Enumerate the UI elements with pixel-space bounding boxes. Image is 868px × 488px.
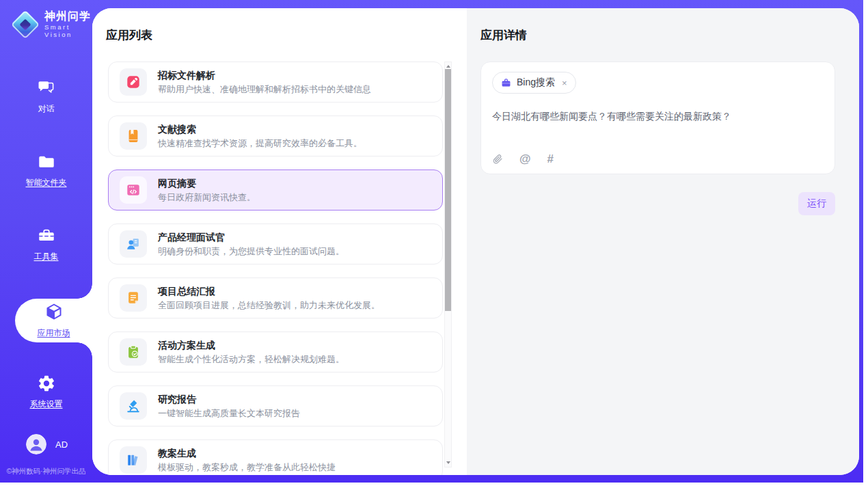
sidebar-item-label: 系统设置	[30, 398, 63, 410]
tool-tag-label: Bing搜索	[517, 77, 555, 89]
app-card-desc: 全面回顾项目进展，总结经验教训，助力未来优化发展。	[158, 301, 380, 310]
scrollbar-thumb[interactable]	[445, 69, 451, 311]
app-card-desc: 每日政府新闻资讯快查。	[158, 193, 256, 202]
tool-tag-bing-search[interactable]: Bing搜索 ×	[492, 72, 576, 94]
main-content: 应用列表 招标文件解析 帮助用户快速、准确地理解和解析招标书中的关键信息 文献搜…	[92, 8, 859, 475]
query-text[interactable]: 今日湖北有哪些新闻要点？有哪些需要关注的最新政策？	[492, 110, 824, 124]
app-card-title: 研究报告	[158, 394, 300, 404]
tag-close-icon[interactable]: ×	[562, 79, 567, 87]
sidebar-bottom: AD ©神州数码·神州问学出品	[0, 434, 92, 483]
app-card-title: 产品经理面试官	[158, 232, 344, 242]
sidebar-item-app-market[interactable]: 应用市场	[15, 299, 92, 342]
gear-icon	[36, 373, 57, 394]
clipboard-check-icon	[120, 338, 147, 366]
books-icon	[120, 446, 147, 474]
prompt-input-card[interactable]: Bing搜索 × 今日湖北有哪些新闻要点？有哪些需要关注的最新政策？ @ #	[480, 62, 835, 174]
cube-icon	[44, 302, 64, 323]
folder-icon	[36, 152, 57, 172]
sidebar-item-label: 应用市场	[38, 327, 70, 339]
app-card[interactable]: 活动方案生成 智能生成个性化活动方案，轻松解决规划难题。	[108, 331, 443, 372]
app-card-title: 网页摘要	[158, 178, 256, 188]
app-list-panel: 应用列表 招标文件解析 帮助用户快速、准确地理解和解析招标书中的关键信息 文献搜…	[92, 8, 467, 475]
app-card-desc: 一键智能生成高质量长文本研究报告	[158, 409, 300, 418]
app-card-title: 项目总结汇报	[158, 286, 380, 296]
app-list-scroll-area: 招标文件解析 帮助用户快速、准确地理解和解析招标书中的关键信息 文献搜索 快速精…	[106, 62, 467, 475]
brand-logo: 神州问学 Smart Vision	[0, 0, 92, 39]
sidebar-item-label: 工具集	[34, 251, 59, 262]
sidebar-item-toolset[interactable]: 工具集	[0, 225, 92, 263]
book-icon	[120, 122, 147, 150]
app-card[interactable]: 招标文件解析 帮助用户快速、准确地理解和解析招标书中的关键信息	[108, 62, 443, 103]
sidebar-item-dialog[interactable]: 对话	[0, 77, 92, 116]
app-card-desc: 模板驱动，教案秒成，教学准备从此轻松快捷	[158, 463, 336, 472]
sidebar-item-settings[interactable]: 系统设置	[0, 372, 92, 411]
sidebar-item-label: 智能文件夹	[26, 177, 67, 189]
interviewer-icon	[120, 230, 147, 258]
sidebar: 神州问学 Smart Vision 对话 智能文件夹 工具集 应用市场	[0, 0, 92, 483]
user-initials: AD	[55, 439, 68, 450]
app-card-title: 活动方案生成	[158, 340, 344, 350]
input-toolbar: @ #	[492, 153, 824, 165]
memo-icon	[120, 284, 147, 312]
at-sign-icon[interactable]: @	[519, 153, 531, 165]
app-card-title: 招标文件解析	[158, 70, 371, 80]
brand-diamond-icon	[14, 13, 37, 36]
microscope-icon	[120, 392, 147, 420]
app-frame: 神州问学 Smart Vision 对话 智能文件夹 工具集 应用市场	[0, 0, 863, 483]
app-card-title: 教案生成	[158, 448, 336, 458]
app-card-title: 文献搜索	[158, 124, 362, 134]
sidebar-item-smart-folder[interactable]: 智能文件夹	[0, 151, 92, 189]
app-card[interactable]: 文献搜索 快速精准查找学术资源，提高研究效率的必备工具。	[108, 116, 443, 157]
app-card-desc: 智能生成个性化活动方案，轻松解决规划难题。	[158, 355, 344, 364]
app-card[interactable]: 教案生成 模板驱动，教案秒成，教学准备从此轻松快捷	[108, 439, 443, 475]
app-card[interactable]: 研究报告 一键智能生成高质量长文本研究报告	[108, 385, 443, 426]
app-card-desc: 帮助用户快速、准确地理解和解析招标书中的关键信息	[158, 85, 371, 94]
hash-icon[interactable]: #	[547, 153, 554, 165]
browser-code-icon	[120, 176, 147, 204]
app-card[interactable]: 项目总结汇报 全面回顾项目进展，总结经验教训，助力未来优化发展。	[108, 277, 443, 318]
toolbox-icon	[36, 226, 57, 246]
sidebar-item-label: 对话	[38, 103, 55, 115]
edit-square-icon	[120, 68, 147, 96]
list-scrollbar[interactable]	[444, 62, 452, 467]
app-detail-panel: 应用详情 Bing搜索 ×	[467, 8, 859, 475]
brand-name: 神州问学	[44, 10, 92, 23]
chat-icon	[36, 78, 57, 98]
scroll-down-arrow-icon[interactable]	[445, 459, 451, 466]
app-detail-title: 应用详情	[480, 27, 835, 43]
app-card[interactable]: 网页摘要 每日政府新闻资讯快查。	[108, 170, 443, 211]
sidebar-nav: 对话 智能文件夹 工具集 应用市场 系统设置	[0, 77, 92, 446]
copyright-text: ©神州数码·神州问学出品	[0, 467, 92, 483]
app-cards: 招标文件解析 帮助用户快速、准确地理解和解析招标书中的关键信息 文献搜索 快速精…	[108, 62, 443, 475]
brand-subtitle: Smart Vision	[44, 24, 92, 39]
app-list-title: 应用列表	[106, 27, 467, 43]
user-row[interactable]: AD	[0, 434, 92, 455]
app-card[interactable]: 产品经理面试官 明确身份和职责，为您提供专业性的面试问题。	[108, 223, 443, 265]
app-card-desc: 快速精准查找学术资源，提高研究效率的必备工具。	[158, 139, 362, 148]
paperclip-icon[interactable]	[492, 153, 503, 165]
avatar[interactable]	[26, 434, 46, 455]
app-card-desc: 明确身份和职责，为您提供专业性的面试问题。	[158, 247, 344, 256]
run-button[interactable]: 运行	[798, 192, 835, 215]
briefcase-icon	[501, 78, 511, 88]
